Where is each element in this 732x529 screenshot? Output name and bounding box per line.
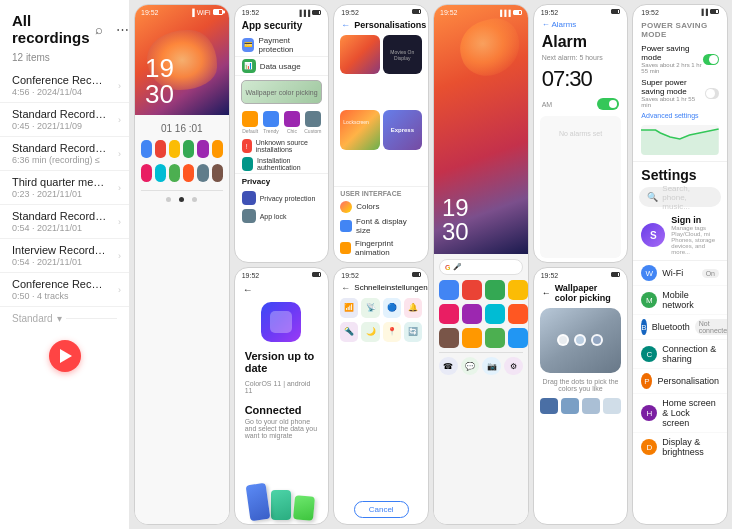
app-icon[interactable] [508, 304, 528, 324]
color-dot[interactable] [574, 334, 586, 346]
app-icon[interactable] [169, 164, 180, 182]
back-nav[interactable]: ← Alarms [534, 18, 628, 31]
toggle-item[interactable]: 🔔 [404, 298, 422, 318]
toggle-item[interactable]: 🔦 [340, 322, 358, 342]
quick-btn[interactable]: ⚙ [504, 357, 523, 375]
app-icon[interactable] [155, 164, 166, 182]
list-item[interactable]: Third quarter meeting min... 0:23 · 2021… [0, 171, 129, 205]
super-power-label: Super power saving mode [641, 78, 705, 96]
color-swatch[interactable] [540, 398, 558, 414]
more-icon[interactable]: ⋯ [114, 20, 132, 38]
back-nav[interactable]: ← [235, 281, 329, 298]
app-icon[interactable] [155, 140, 166, 158]
app-icon[interactable] [212, 164, 223, 182]
color-swatch[interactable] [582, 398, 600, 414]
home-setting[interactable]: H Home screen & Lock screen [633, 394, 727, 433]
color-swatch[interactable] [561, 398, 579, 414]
list-item[interactable]: Conference Recording 02 4:56 · 2024/11/0… [0, 69, 129, 103]
app-icon[interactable] [141, 164, 152, 182]
quick-btn[interactable]: ☎ [439, 357, 458, 375]
app-item[interactable]: Trendy [262, 111, 281, 134]
sec-item[interactable]: 💳 Payment protection [235, 34, 329, 57]
list-item[interactable]: Standard Recording 01 0:54 · 2021/11/01 … [0, 205, 129, 239]
colors-item[interactable]: Colors [340, 199, 422, 215]
super-power-item[interactable]: Super power saving mode Saves about 1 hr… [633, 76, 727, 110]
google-search-bar[interactable]: G 🎤 [439, 259, 523, 275]
app-item[interactable]: Default [241, 111, 260, 134]
display-setting[interactable]: D Display & brightness [633, 433, 727, 461]
toggle-item[interactable]: 🌙 [361, 322, 379, 342]
app-item[interactable]: Chic [282, 111, 301, 134]
app-icon[interactable] [212, 140, 223, 158]
app-icon[interactable] [439, 328, 459, 348]
app-icon[interactable] [141, 140, 152, 158]
app-icon[interactable] [462, 304, 482, 324]
sec-item[interactable]: Installation authentication [235, 155, 329, 173]
app-icon[interactable] [183, 164, 194, 182]
bluetooth-setting[interactable]: B Bluetooth Not connected [633, 315, 727, 340]
app-icon[interactable] [508, 280, 528, 300]
fingerprint-label: Fingerprint animation [355, 239, 422, 257]
account-item[interactable]: S Sign in Manage tags Play/Cloud, mi Pho… [633, 211, 727, 261]
search-icon[interactable]: ⌕ [90, 20, 108, 38]
personalisation-setting[interactable]: P Personalisation [633, 369, 727, 394]
alarm-toggle[interactable] [597, 98, 619, 110]
app-icon[interactable] [462, 280, 482, 300]
list-item[interactable]: Conference Recordings 0:50 · 4 tracks › [0, 273, 129, 307]
app-icon[interactable] [439, 304, 459, 324]
wallpaper-thumb[interactable] [340, 35, 379, 74]
back-icon[interactable]: ← [341, 283, 350, 293]
app-icon[interactable] [485, 328, 505, 348]
super-power-toggle[interactable] [705, 88, 719, 99]
toggle-item[interactable]: 📶 [340, 298, 358, 318]
connection-setting[interactable]: C Connection & sharing [633, 340, 727, 369]
app-icon[interactable] [485, 280, 505, 300]
ampm-label: AM [542, 101, 553, 108]
app-icon[interactable] [169, 140, 180, 158]
back-icon[interactable]: ← [341, 20, 350, 30]
app-icon[interactable] [197, 164, 208, 182]
back-icon[interactable]: ← [542, 288, 551, 298]
app-icon[interactable] [462, 328, 482, 348]
wifi-setting[interactable]: W Wi-Fi On [633, 261, 727, 286]
app-icon[interactable] [183, 140, 194, 158]
toggle-item[interactable]: 📡 [361, 298, 379, 318]
sec-item[interactable]: ! Unknown source installations [235, 137, 329, 155]
lockscreen-thumb[interactable]: Lockscreen [340, 110, 379, 149]
applock-item[interactable]: App lock [235, 207, 329, 225]
list-item[interactable]: Standard Recording 02 6:36 min (recordin… [0, 137, 129, 171]
app-icon[interactable] [439, 280, 459, 300]
privacy-item[interactable]: Privacy protection [235, 189, 329, 207]
toggle-item[interactable]: 🔵 [383, 298, 401, 318]
phone-quick-settings: 19:52 ← Schnelleinstellungen ⋮ 📶 📡 🔵 🔔 🔦… [333, 267, 429, 526]
color-dot[interactable] [557, 334, 569, 346]
app-icon[interactable] [508, 328, 528, 348]
cancel-button[interactable]: Cancel [354, 501, 409, 518]
phone-version-update: 19:52 ← Version up to date ColorOS 11 | … [234, 267, 330, 526]
quick-btn[interactable]: 💬 [461, 357, 480, 375]
express-thumb[interactable]: Express [383, 110, 422, 149]
color-dot[interactable] [591, 334, 603, 346]
color-swatch[interactable] [603, 398, 621, 414]
sec-item[interactable]: 📊 Data usage [235, 57, 329, 76]
fingerprint-item[interactable]: Fingerprint animation [340, 237, 422, 259]
toggle-item[interactable]: 📍 [383, 322, 401, 342]
settings-search-bar[interactable]: 🔍 Search, phone, music... [639, 187, 721, 207]
app-item[interactable]: Custom [303, 111, 322, 134]
toggle-item[interactable]: 🔄 [404, 322, 422, 342]
divider-expand-icon[interactable]: ▾ [57, 313, 62, 324]
quick-btn[interactable]: 📷 [482, 357, 501, 375]
mobile-setting[interactable]: M Mobile network [633, 286, 727, 315]
movies-thumb[interactable]: Movies On Display [383, 35, 422, 74]
list-item[interactable]: Standard Recording 03 0:45 · 2021/11/09 … [0, 103, 129, 137]
app-icon[interactable] [197, 140, 208, 158]
list-item[interactable]: Interview Recording 02 0:54 · 2021/11/01… [0, 239, 129, 273]
power-toggle[interactable] [703, 54, 719, 65]
font-item[interactable]: Font & display size [340, 215, 422, 237]
wifi-label: Wi-Fi [662, 268, 696, 278]
power-item[interactable]: Power saving mode Saves about 2 hrs 1 hr… [633, 42, 727, 76]
advanced-settings-link[interactable]: Advanced settings [633, 110, 727, 123]
app-icon[interactable] [485, 304, 505, 324]
play-button[interactable] [49, 340, 81, 372]
wallpaper-preview-box[interactable]: Wallpaper color picking [241, 80, 323, 104]
